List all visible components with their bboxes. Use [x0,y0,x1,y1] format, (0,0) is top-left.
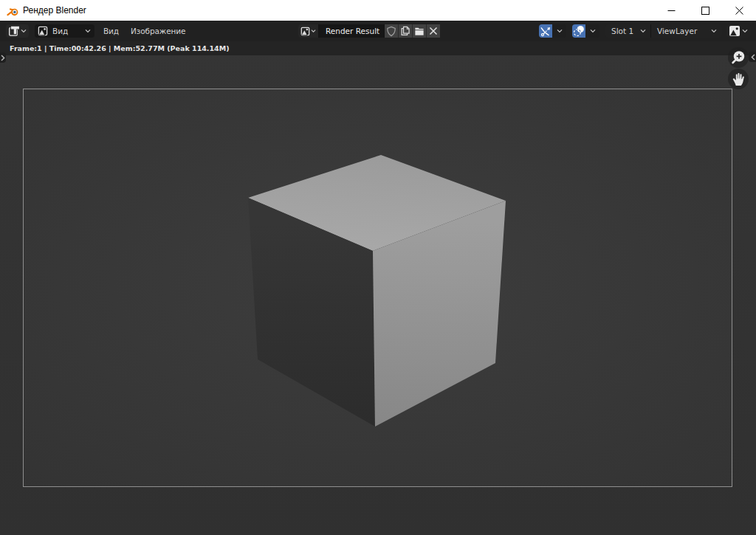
minimize-button[interactable] [654,0,688,21]
image-name-field[interactable]: Render Result [319,24,384,38]
image-editor-viewport: Frame:1 | Time:00:42.26 | Mem:52.77M (Pe… [0,41,756,535]
viewlayer-dropdown[interactable]: ViewLayer [651,24,721,38]
open-toolbar-arrow[interactable] [0,52,6,63]
render-info-band: Frame:1 | Time:00:42.26 | Mem:52.77M (Pe… [0,41,756,55]
chevron-down-icon [640,29,646,33]
slot-layer-group: Slot 1 ViewLayer [605,24,722,38]
open-image-button[interactable] [412,24,426,38]
browse-image-button[interactable] [298,24,319,38]
editor-type-dropdown[interactable] [6,24,29,38]
render-result-image[interactable] [23,89,732,487]
shield-icon [386,26,396,37]
unlink-image-button[interactable] [426,24,440,38]
chevron-down-icon [557,29,563,33]
slot-dropdown[interactable]: Slot 1 [605,24,651,38]
copy-icon [400,26,410,36]
chevron-down-icon [85,29,91,33]
chevron-down-icon [590,29,596,33]
chevron-down-icon [711,29,717,33]
x-icon [429,27,438,35]
mode-label: Вид [52,27,68,35]
chevron-right-icon [1,55,5,61]
minimize-icon [667,7,676,15]
blender-logo-icon [7,5,18,16]
viewlayer-label: ViewLayer [657,27,697,35]
close-button[interactable] [722,0,756,21]
maximize-icon [701,7,709,15]
menu-image[interactable]: Изображение [126,24,190,38]
window-title: Рендер Blender [23,5,86,15]
chevron-left-icon [751,54,755,61]
show-gizmos-toggle[interactable] [539,24,552,38]
chevron-down-icon [311,29,316,33]
chevron-down-icon [742,29,748,33]
pan-gizmo-button[interactable] [728,69,749,89]
overlay-icon [573,25,585,37]
image-editor-icon [8,26,19,37]
zoom-gizmo-button[interactable] [728,47,749,68]
window-controls [654,0,756,21]
zoom-in-icon [730,49,746,66]
image-datablock: Render Result [298,24,443,38]
maximize-button[interactable] [688,0,722,21]
duplicate-image-button[interactable] [398,24,412,38]
render-stats: Frame:1 | Time:00:42.26 | Mem:52.77M (Pe… [10,44,230,52]
default-cube-render [24,89,732,486]
image-filled-icon [729,25,740,37]
overlay-toggle-group [572,24,599,38]
menu-view[interactable]: Вид [99,24,123,38]
image-editor-header: Вид Вид Изображение Render Result [0,21,756,41]
gizmos-dropdown[interactable] [552,24,566,38]
display-channels-dropdown[interactable] [726,24,751,38]
slot-label: Slot 1 [611,27,633,35]
hand-icon [732,72,746,86]
gizmo-icon [540,25,551,37]
title-bar: Рендер Blender [0,0,756,21]
gizmo-toggle-group [539,24,566,38]
fake-user-button[interactable] [384,24,398,38]
close-icon [735,7,743,15]
open-sidebar-arrow[interactable] [749,52,756,62]
mode-dropdown[interactable]: Вид [35,24,94,38]
image-icon [300,27,310,36]
chevron-down-icon [21,29,27,33]
overlays-dropdown[interactable] [585,24,599,38]
show-overlays-toggle[interactable] [572,24,585,38]
folder-icon [414,27,425,36]
image-icon [38,26,48,36]
